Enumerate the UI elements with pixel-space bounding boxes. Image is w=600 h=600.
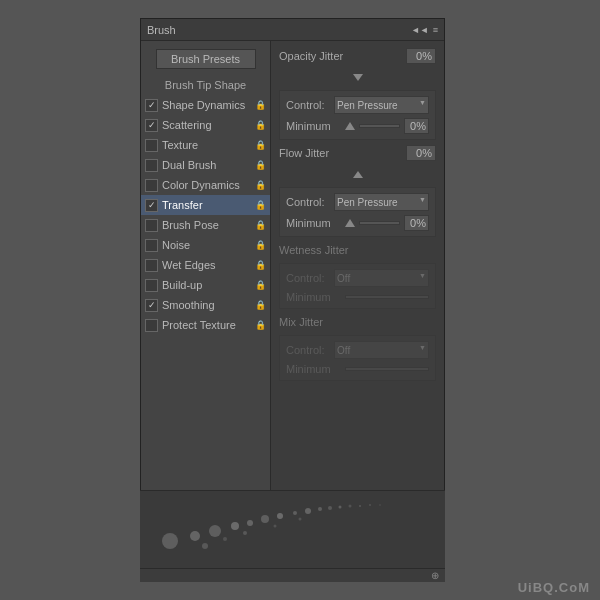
sidebar-item-shape-dynamics[interactable]: Shape Dynamics 🔒 [141, 95, 270, 115]
lock-icon-smoothing: 🔒 [254, 299, 266, 311]
mix-select: Off [334, 341, 429, 359]
svg-point-20 [379, 504, 381, 506]
svg-point-7 [293, 511, 297, 515]
wetness-select: Off [334, 269, 429, 287]
lock-icon-build-up: 🔒 [254, 279, 266, 291]
lock-icon-transfer: 🔒 [254, 199, 266, 211]
minimum2-slider[interactable] [359, 221, 400, 225]
minimum1-slider[interactable] [359, 124, 400, 128]
checkbox-color-dynamics[interactable] [145, 179, 158, 192]
checkbox-smoothing[interactable] [145, 299, 158, 312]
bottom-icon: ⊕ [431, 570, 439, 581]
svg-point-11 [339, 506, 342, 509]
control2-select[interactable]: Pen Pressure [334, 193, 429, 211]
checkbox-brush-pose[interactable] [145, 219, 158, 232]
label-build-up: Build-up [162, 279, 254, 291]
control1-label: Control: [286, 99, 328, 111]
brush-preview-svg [140, 491, 445, 570]
svg-point-0 [162, 533, 178, 549]
minimum1-value[interactable]: 0% [404, 118, 429, 134]
svg-point-9 [318, 507, 322, 511]
wetness-min-label: Minimum [286, 291, 341, 303]
minimum2-row: Minimum 0% [286, 213, 429, 233]
sidebar-item-scattering[interactable]: Scattering 🔒 [141, 115, 270, 135]
checkbox-protect-texture[interactable] [145, 319, 158, 332]
svg-point-15 [223, 537, 227, 541]
svg-point-5 [261, 515, 269, 523]
wetness-min-row: Minimum [286, 289, 429, 305]
lock-icon-color-dynamics: 🔒 [254, 179, 266, 191]
svg-point-16 [243, 531, 247, 535]
menu-btn[interactable]: ≡ [433, 25, 438, 35]
triangle-divider-2 [279, 164, 436, 185]
sidebar-item-protect-texture[interactable]: Protect Texture 🔒 [141, 315, 270, 335]
opacity-jitter-value[interactable]: 0% [406, 48, 436, 64]
sidebar-item-noise[interactable]: Noise 🔒 [141, 235, 270, 255]
wetness-control-row: Control: Off [286, 267, 429, 289]
label-noise: Noise [162, 239, 254, 251]
sidebar-item-texture[interactable]: Texture 🔒 [141, 135, 270, 155]
collapse-triangle-2[interactable] [353, 171, 363, 178]
label-transfer: Transfer [162, 199, 254, 211]
lock-icon-shape-dynamics: 🔒 [254, 99, 266, 111]
svg-point-4 [247, 520, 253, 526]
checkbox-shape-dynamics[interactable] [145, 99, 158, 112]
checkbox-dual-brush[interactable] [145, 159, 158, 172]
control-group-2: Control: Pen Pressure Minimum 0% [279, 187, 436, 237]
minimum2-label: Minimum [286, 217, 341, 229]
svg-point-2 [209, 525, 221, 537]
mix-select-wrapper: Off [334, 341, 429, 359]
control1-select-wrapper: Pen Pressure [334, 96, 429, 114]
checkbox-wet-edges[interactable] [145, 259, 158, 272]
flow-jitter-value[interactable]: 0% [406, 145, 436, 161]
wetness-control-group: Control: Off Minimum [279, 263, 436, 309]
minimum2-triangle[interactable] [345, 219, 355, 227]
minimum1-triangle[interactable] [345, 122, 355, 130]
sidebar-item-smoothing[interactable]: Smoothing 🔒 [141, 295, 270, 315]
sidebar-item-wet-edges[interactable]: Wet Edges 🔒 [141, 255, 270, 275]
sidebar-item-brush-pose[interactable]: Brush Pose 🔒 [141, 215, 270, 235]
control2-row: Control: Pen Pressure [286, 191, 429, 213]
checkbox-transfer[interactable] [145, 199, 158, 212]
mix-min-label: Minimum [286, 363, 341, 375]
checkbox-noise[interactable] [145, 239, 158, 252]
brush-presets-button[interactable]: Brush Presets [156, 49, 256, 69]
flow-jitter-label: Flow Jitter [279, 147, 406, 159]
sidebar-item-transfer[interactable]: Transfer 🔒 [141, 195, 270, 215]
label-protect-texture: Protect Texture [162, 319, 254, 331]
lock-icon-dual-brush: 🔒 [254, 159, 266, 171]
checkbox-texture[interactable] [145, 139, 158, 152]
expand-triangle-1[interactable] [353, 74, 363, 81]
mix-min-row: Minimum [286, 361, 429, 377]
mix-control-label: Control: [286, 344, 328, 356]
sidebar-item-build-up[interactable]: Build-up 🔒 [141, 275, 270, 295]
svg-point-14 [202, 543, 208, 549]
svg-point-18 [299, 518, 302, 521]
checkbox-scattering[interactable] [145, 119, 158, 132]
control-group-1: Control: Pen Pressure Minimum 0% [279, 90, 436, 140]
sidebar-item-color-dynamics[interactable]: Color Dynamics 🔒 [141, 175, 270, 195]
lock-icon-texture: 🔒 [254, 139, 266, 151]
control1-select[interactable]: Pen Pressure [334, 96, 429, 114]
wetness-section: Wetness Jitter Control: Off Minimum [279, 239, 436, 381]
label-wet-edges: Wet Edges [162, 259, 254, 271]
svg-point-12 [349, 505, 352, 508]
label-smoothing: Smoothing [162, 299, 254, 311]
lock-icon-protect-texture: 🔒 [254, 319, 266, 331]
svg-point-8 [305, 508, 311, 514]
label-dual-brush: Dual Brush [162, 159, 254, 171]
svg-point-3 [231, 522, 239, 530]
minimum2-value[interactable]: 0% [404, 215, 429, 231]
label-texture: Texture [162, 139, 254, 151]
opacity-jitter-label: Opacity Jitter [279, 50, 406, 62]
mix-min-slider [345, 367, 429, 371]
lock-icon-noise: 🔒 [254, 239, 266, 251]
lock-icon-scattering: 🔒 [254, 119, 266, 131]
collapse-btn[interactable]: ◄◄ [411, 25, 429, 35]
wetness-select-wrapper: Off [334, 269, 429, 287]
control2-label: Control: [286, 196, 328, 208]
label-brush-pose: Brush Pose [162, 219, 254, 231]
sidebar-item-dual-brush[interactable]: Dual Brush 🔒 [141, 155, 270, 175]
checkbox-build-up[interactable] [145, 279, 158, 292]
mix-control-row: Control: Off [286, 339, 429, 361]
